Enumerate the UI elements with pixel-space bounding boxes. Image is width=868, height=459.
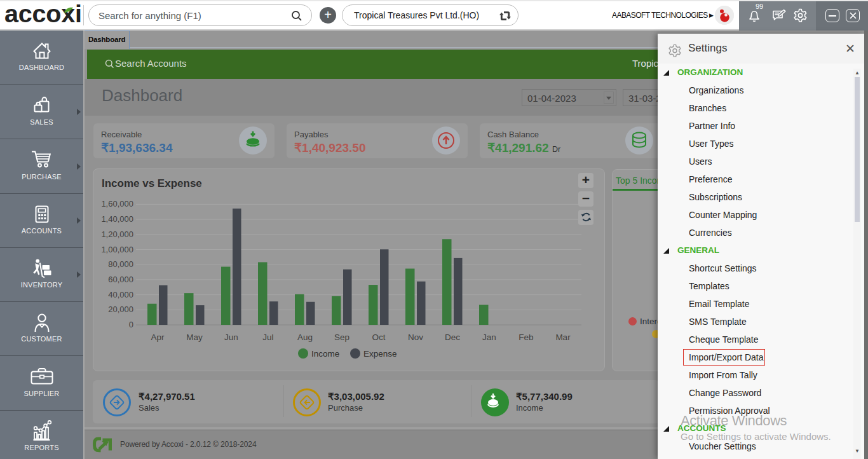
svg-text:0: 0 [129, 320, 133, 329]
svg-text:Expense: Expense [363, 349, 397, 359]
svg-text:40,000: 40,000 [108, 290, 133, 299]
svg-text:May: May [186, 332, 203, 342]
svg-text:Mar: Mar [555, 332, 571, 342]
svg-text:Jan: Jan [482, 332, 496, 342]
svg-text:Sep: Sep [334, 332, 349, 342]
svg-text:Jun: Jun [224, 332, 238, 342]
svg-text:Feb: Feb [519, 332, 533, 342]
svg-text:1,00,000: 1,00,000 [101, 245, 133, 254]
svg-text:1,40,000: 1,40,000 [101, 214, 133, 224]
svg-text:Aug: Aug [297, 332, 313, 342]
svg-text:80,000: 80,000 [108, 259, 133, 269]
svg-text:60,000: 60,000 [108, 275, 133, 284]
svg-text:1,20,000: 1,20,000 [101, 230, 133, 239]
svg-text:20,000: 20,000 [108, 305, 133, 314]
svg-text:Apr: Apr [151, 332, 165, 342]
svg-text:Nov: Nov [408, 332, 423, 342]
svg-text:Jul: Jul [262, 332, 273, 342]
svg-text:Income: Income [311, 349, 339, 359]
svg-text:Dec: Dec [445, 332, 460, 342]
svg-text:Oct: Oct [372, 332, 385, 342]
svg-text:1,60,000: 1,60,000 [101, 199, 133, 209]
